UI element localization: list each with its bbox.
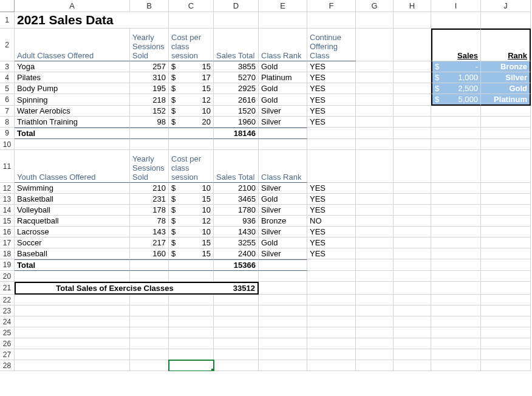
cell[interactable] xyxy=(431,183,481,194)
cell[interactable] xyxy=(431,295,481,306)
adult-row-class[interactable]: Triathlon Training xyxy=(15,117,130,128)
row-header-18[interactable]: 18 xyxy=(0,248,15,259)
row-header-16[interactable]: 16 xyxy=(0,227,15,237)
legend-rank[interactable]: Gold xyxy=(481,83,531,94)
cell[interactable] xyxy=(394,106,431,117)
cell[interactable] xyxy=(356,117,394,128)
legend-rank[interactable]: Silver xyxy=(481,72,531,83)
youth-row-class[interactable]: Racquetball xyxy=(15,216,130,227)
cell[interactable] xyxy=(356,94,394,106)
cell[interactable] xyxy=(307,338,356,349)
row-header-26[interactable]: 26 xyxy=(0,338,15,349)
adult-row-sales[interactable]: 5270 xyxy=(214,72,259,83)
cell[interactable] xyxy=(394,128,431,139)
row-header-9[interactable]: 9 xyxy=(0,128,15,139)
youth-row-continue[interactable]: NO xyxy=(307,216,356,227)
col-header-I[interactable]: I xyxy=(431,0,481,12)
cell[interactable] xyxy=(431,128,481,139)
cell[interactable] xyxy=(431,271,481,282)
cell[interactable] xyxy=(169,316,214,327)
adult-row-class[interactable]: Pilates xyxy=(15,72,130,83)
cell[interactable] xyxy=(394,316,431,327)
cell[interactable] xyxy=(214,338,259,349)
youth-row-sales[interactable]: 3255 xyxy=(214,237,259,248)
adult-row-cost[interactable]: $15 xyxy=(169,83,214,94)
row-header-7[interactable]: 7 xyxy=(0,106,15,117)
cell[interactable] xyxy=(169,327,214,338)
legend-rank[interactable]: Bronze xyxy=(481,61,531,72)
row-header-3[interactable]: 3 xyxy=(0,61,15,72)
cell[interactable] xyxy=(259,295,307,306)
page-title[interactable]: 2021 Sales Data xyxy=(15,12,169,29)
cell[interactable] xyxy=(394,61,431,72)
youth-row-cost[interactable]: $10 xyxy=(169,183,214,194)
cell[interactable] xyxy=(481,295,531,306)
adult-row-sessions[interactable]: 152 xyxy=(130,106,169,117)
cell[interactable] xyxy=(356,227,394,237)
cell[interactable] xyxy=(130,259,169,271)
youth-row-sales[interactable]: 1430 xyxy=(214,227,259,237)
cell[interactable] xyxy=(130,327,169,338)
col-header-E[interactable]: E xyxy=(259,0,307,12)
cell[interactable] xyxy=(15,327,130,338)
cell[interactable] xyxy=(431,306,481,316)
cell[interactable] xyxy=(130,271,169,282)
adult-row-sessions[interactable]: 257 xyxy=(130,61,169,72)
adult-row-sessions[interactable]: 310 xyxy=(130,72,169,83)
adult-row-sessions[interactable]: 218 xyxy=(130,94,169,106)
cell[interactable] xyxy=(481,205,531,216)
adult-header-class[interactable]: Adult Classes Offered xyxy=(15,29,130,61)
cell[interactable] xyxy=(481,139,531,150)
legend-amount[interactable]: $2,500 xyxy=(431,83,481,94)
cell[interactable] xyxy=(307,271,356,282)
youth-row-class[interactable]: Baseball xyxy=(15,248,130,259)
cell[interactable] xyxy=(130,139,169,150)
youth-row-rank[interactable]: Silver xyxy=(259,205,307,216)
cell[interactable] xyxy=(431,216,481,227)
cell[interactable] xyxy=(481,338,531,349)
cell[interactable] xyxy=(214,139,259,150)
row-header-12[interactable]: 12 xyxy=(0,183,15,194)
youth-row-sessions[interactable]: 143 xyxy=(130,227,169,237)
youth-row-cost[interactable]: $15 xyxy=(169,194,214,205)
row-header-22[interactable]: 22 xyxy=(0,295,15,306)
youth-row-rank[interactable]: Gold xyxy=(259,237,307,248)
cell[interactable] xyxy=(394,360,431,371)
cell[interactable] xyxy=(214,327,259,338)
cell[interactable] xyxy=(481,227,531,237)
youth-row-cost[interactable]: $15 xyxy=(169,248,214,259)
row-header-24[interactable]: 24 xyxy=(0,316,15,327)
cell[interactable] xyxy=(130,316,169,327)
cell[interactable] xyxy=(394,12,431,29)
cell[interactable] xyxy=(169,12,214,29)
cell[interactable] xyxy=(356,360,394,371)
adult-row-class[interactable]: Body Pump xyxy=(15,83,130,94)
youth-row-class[interactable]: Volleyball xyxy=(15,205,130,216)
row-header-17[interactable]: 17 xyxy=(0,237,15,248)
cell[interactable] xyxy=(481,216,531,227)
cell[interactable] xyxy=(481,128,531,139)
cell[interactable] xyxy=(356,338,394,349)
cell[interactable] xyxy=(356,183,394,194)
cell[interactable] xyxy=(431,205,481,216)
spreadsheet-grid[interactable]: A B C D E F G H I J 1 2021 Sales Data 2 … xyxy=(0,0,532,371)
cell[interactable] xyxy=(15,316,130,327)
cell[interactable] xyxy=(431,316,481,327)
cell[interactable] xyxy=(394,248,431,259)
cell[interactable] xyxy=(259,306,307,316)
cell[interactable] xyxy=(356,194,394,205)
cell[interactable] xyxy=(356,128,394,139)
cell[interactable] xyxy=(431,327,481,338)
cell[interactable] xyxy=(356,248,394,259)
row-header-25[interactable]: 25 xyxy=(0,327,15,338)
youth-row-sales[interactable]: 2100 xyxy=(214,183,259,194)
youth-row-sessions[interactable]: 231 xyxy=(130,194,169,205)
cell[interactable] xyxy=(431,227,481,237)
cell[interactable] xyxy=(356,259,394,271)
cell[interactable] xyxy=(394,216,431,227)
cell[interactable] xyxy=(356,306,394,316)
cell[interactable] xyxy=(481,183,531,194)
row-header-2[interactable]: 2 xyxy=(0,29,15,61)
adult-header-cost[interactable]: Cost per class session xyxy=(169,29,214,61)
cell[interactable] xyxy=(394,94,431,106)
